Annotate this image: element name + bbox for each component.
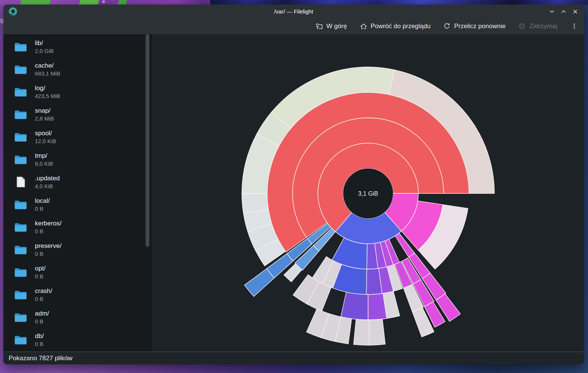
folder-icon [14,244,27,255]
item-name: log/ [35,85,60,92]
item-size: 2,8 MiB [35,115,54,122]
rescan-button[interactable]: Przelicz ponownie [443,23,505,30]
folder-icon [14,267,27,278]
item-size: 423,5 MiB [35,93,60,99]
item-name: kerberos/ [35,220,62,227]
minimize-button[interactable] [549,9,555,14]
chart-pane: 3,1 GiB [152,34,584,352]
menu-dots-icon [571,23,578,30]
list-item-opt[interactable]: opt/0 B [3,261,151,283]
status-text: Pokazano 7827 plików [9,355,72,362]
overflow-menu-button[interactable] [571,23,578,30]
folder-icon [14,154,27,165]
folder-icon [14,312,27,323]
go-up-button[interactable]: W górę [316,23,347,30]
item-name: preserve/ [35,242,62,250]
stop-icon [518,23,526,30]
item-name: opt/ [35,265,45,272]
home-icon [360,23,367,30]
item-size: 0 B [35,318,49,325]
item-size: 683,1 MiB [35,70,60,77]
file-list: lib/2,0 GiB cache/683,1 MiB log/423,5 Mi… [3,35,151,351]
item-size: 0 B [35,205,50,212]
item-size: 0 B [35,341,44,347]
refresh-icon [443,23,451,30]
titlebar[interactable]: /var/ — Filelight [3,5,584,18]
item-name: db/ [35,332,44,340]
close-icon [573,9,578,14]
list-item-cache[interactable]: cache/683,1 MiB [3,58,151,80]
filelight-window: /var/ — Filelight W górę [3,5,584,364]
item-name: cache/ [35,62,60,69]
rescan-label: Przelicz ponownie [454,23,505,30]
item-name: tmp/ [35,152,53,160]
folder-icon [14,41,27,52]
item-size: 8,0 KiB [35,160,53,167]
item-size: 0 B [35,251,62,257]
list-item-db[interactable]: db/0 B [3,328,151,351]
item-size: 2,0 GiB [35,48,54,54]
list-item-local[interactable]: local/0 B [3,193,151,216]
folder-icon [14,64,27,75]
chart-center-label: 3,1 GiB [358,190,378,197]
list-item-lib[interactable]: lib/2,0 GiB [3,35,151,58]
wallpaper-sun-icon: ✳ [102,0,105,5]
chart-segment[interactable] [341,292,368,320]
item-size: 4,0 KiB [35,183,60,189]
sunburst-chart: 3,1 GiB [152,34,584,352]
folder-icon [14,289,27,300]
item-name: adm/ [35,310,49,317]
list-item-snap[interactable]: snap/2,8 MiB [3,103,151,125]
content-area: lib/2,0 GiB cache/683,1 MiB log/423,5 Mi… [3,34,584,352]
folder-icon [14,334,27,345]
chart-segment[interactable] [244,269,274,296]
item-name: lib/ [35,39,54,47]
stop-label: Zatrzymaj [529,23,557,30]
item-size: 0 B [35,228,62,234]
item-name: .updated [35,175,60,182]
list-item-kerberos[interactable]: kerberos/0 B [3,216,151,238]
item-size: 0 B [35,296,52,302]
folder-icon [14,131,27,142]
go-up-icon [316,23,323,30]
list-item-tmp[interactable]: tmp/8,0 KiB [3,148,151,171]
item-name: local/ [35,197,50,205]
folder-icon [14,222,27,233]
list-item-preserve[interactable]: preserve/0 B [3,238,151,261]
file-list-sidebar: lib/2,0 GiB cache/683,1 MiB log/423,5 Mi… [3,34,152,352]
file-icon [16,176,26,188]
stop-button[interactable]: Zatrzymaj [518,23,557,30]
list-item-log[interactable]: log/423,5 MiB [3,80,151,103]
list-item-crash[interactable]: crash/0 B [3,283,151,306]
chart-segment[interactable] [353,319,369,345]
list-item-updated[interactable]: .updated4,0 KiB [3,171,151,193]
list-item-spool[interactable]: spool/12,0 KiB [3,125,151,148]
item-name: snap/ [35,107,54,115]
back-to-overview-label: Powróć do przeglądu [371,23,431,30]
folder-icon [14,109,27,120]
chevron-down-icon [549,9,555,14]
chart-segment[interactable] [369,319,385,345]
item-size: 0 B [35,273,45,279]
go-up-label: W górę [326,23,347,30]
filelight-app-icon [9,7,17,16]
window-title: /var/ — Filelight [274,8,313,15]
item-size: 12,0 KiB [35,138,56,144]
list-item-adm[interactable]: adm/0 B [3,306,151,328]
toolbar: W górę Powróć do przeglądu Przelicz pono… [3,18,584,34]
folder-icon [14,199,27,210]
close-button[interactable] [573,9,578,14]
maximize-button[interactable] [561,9,566,14]
statusbar: Pokazano 7827 plików [3,352,584,364]
folder-icon [14,86,27,97]
sidebar-scrollbar[interactable] [146,34,149,247]
back-to-overview-button[interactable]: Powróć do przeglądu [360,23,431,30]
chevron-up-icon [561,9,566,14]
item-name: spool/ [35,130,56,137]
item-name: crash/ [35,287,52,295]
